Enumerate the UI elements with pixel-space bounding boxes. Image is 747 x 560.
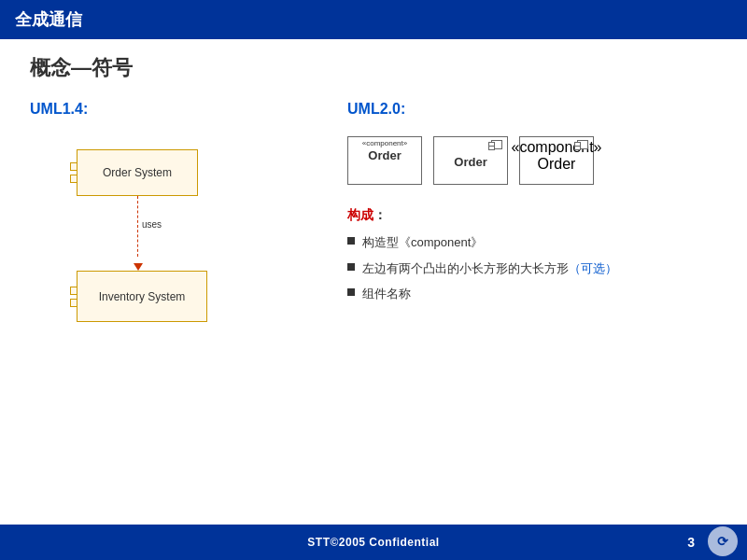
component-icon-inner-3 (577, 140, 588, 149)
footer: STT©2005 Confidential 3 ⟳ (0, 525, 747, 560)
uml20-box-1-stereotype: «component» (362, 139, 407, 148)
gouche-title: 构成： (347, 207, 717, 224)
uml20-box-2-name: Order (454, 155, 486, 169)
bullet-text-3: 组件名称 (362, 285, 411, 303)
inventory-system-box: Inventory System (77, 271, 207, 322)
company-logo: 全成通信 (15, 8, 82, 31)
uml20-box-2: Order (433, 136, 508, 185)
uml20-label: UML2.0: (347, 101, 717, 118)
uml20-box-1: «component» Order (347, 136, 422, 185)
page-title: 概念—符号 (30, 54, 717, 82)
main-content: 概念—符号 UML1.4: Order System uses (0, 39, 747, 351)
gouche-section: 构成： 构造型《component》 左边有两个凸出的小长方形的大长方形（可选）… (347, 207, 717, 303)
bullet-item-1: 构造型《component》 (347, 233, 717, 252)
bullet-text-1: 构造型《component》 (362, 233, 483, 252)
footer-logo: ⟳ (708, 526, 738, 556)
gouche-title-text: 构成 (347, 207, 374, 222)
uses-label: uses (142, 219, 162, 230)
inventory-left-tabs (70, 287, 78, 307)
bullet-square-3 (347, 288, 355, 296)
bullet-square-1 (347, 237, 355, 245)
order-tab-1 (70, 162, 78, 171)
content-columns: UML1.4: Order System uses (30, 101, 717, 336)
right-column: UML2.0: «component» Order Order (329, 101, 717, 336)
uml20-box-3-name: Order (538, 156, 576, 173)
uml20-box-1-name: Order (368, 148, 401, 162)
bullet-text-2: 左边有两个凸出的小长方形的大长方形（可选） (362, 259, 617, 278)
inventory-tab-2 (70, 299, 78, 307)
uml14-label: UML1.4: (30, 101, 329, 118)
left-column: UML1.4: Order System uses (30, 101, 329, 336)
header: 全成通信 (0, 0, 747, 39)
bullet-list: 构造型《component》 左边有两个凸出的小长方形的大长方形（可选） 组件名… (347, 233, 717, 303)
bullet-optional-text: （可选） (569, 261, 617, 275)
component-icon-3 (577, 140, 590, 151)
order-system-box: Order System (77, 149, 198, 196)
inventory-system-label: Inventory System (99, 290, 186, 303)
dashed-line (137, 196, 138, 257)
uml14-diagram: Order System uses Inventory System (49, 131, 235, 336)
order-left-tabs (70, 162, 78, 183)
order-system-label: Order System (103, 166, 172, 179)
footer-copyright: STT©2005 Confidential (307, 536, 439, 549)
gouche-colon: ： (374, 207, 387, 222)
order-tab-2 (70, 175, 78, 183)
arrow-container: uses (137, 196, 139, 271)
bullet-square-2 (347, 263, 355, 271)
footer-page-number: 3 (687, 535, 695, 550)
component-icon-2 (491, 140, 504, 151)
inventory-tab-1 (70, 287, 78, 295)
bullet-item-2: 左边有两个凸出的小长方形的大长方形（可选） (347, 259, 717, 278)
uml20-boxes: «component» Order Order «component» (347, 136, 717, 185)
bullet-item-3: 组件名称 (347, 285, 717, 303)
component-icon-inner-2 (491, 140, 502, 149)
arrow-head (134, 263, 143, 271)
uml20-box-3: «component» Order (519, 136, 594, 185)
